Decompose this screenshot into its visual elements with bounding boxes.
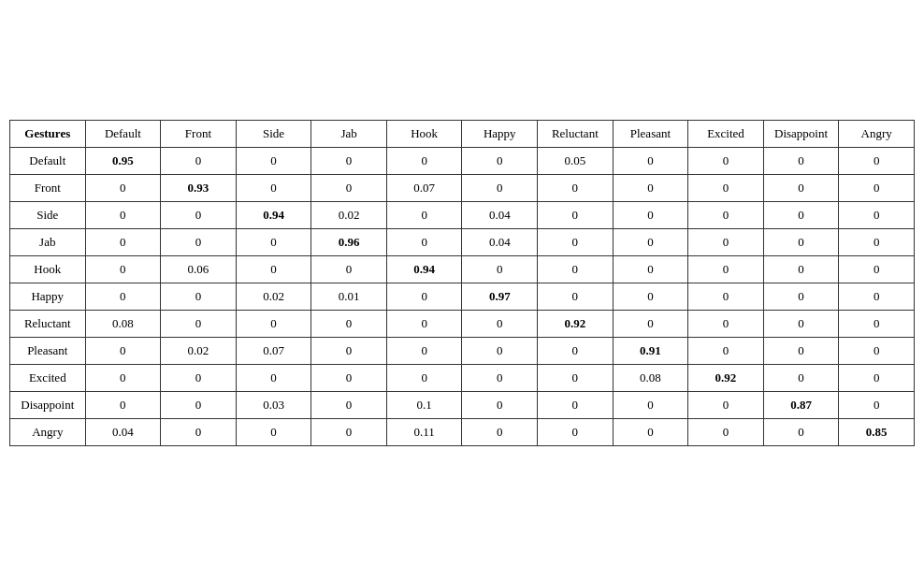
cell-happy-side: 0.02 bbox=[236, 283, 311, 311]
cell-side-side: 0.94 bbox=[236, 202, 311, 229]
cell-disappoint-excited: 0 bbox=[688, 392, 764, 419]
cell-reluctant-excited: 0 bbox=[688, 311, 764, 338]
cell-front-hook: 0.07 bbox=[386, 175, 462, 202]
cell-front-disappoint: 0 bbox=[763, 175, 839, 202]
table-row: Angry0.040000.11000000.85 bbox=[10, 419, 915, 446]
table-row: Disappoint000.0300.100000.870 bbox=[10, 392, 915, 419]
cell-default-excited: 0 bbox=[688, 148, 764, 175]
row-label-default: Default bbox=[10, 148, 86, 175]
cell-reluctant-jab: 0 bbox=[311, 311, 387, 338]
cell-disappoint-hook: 0.1 bbox=[386, 392, 462, 419]
cell-default-front: 0 bbox=[161, 148, 237, 175]
cell-disappoint-disappoint: 0.87 bbox=[763, 392, 839, 419]
cell-jab-excited: 0 bbox=[688, 229, 764, 256]
header-row: GesturesDefaultFrontSideJabHookHappyRelu… bbox=[10, 121, 915, 148]
cell-side-reluctant: 0 bbox=[538, 202, 614, 229]
col-header-front: Front bbox=[161, 121, 237, 148]
col-header-angry: Angry bbox=[839, 121, 915, 148]
col-header-reluctant: Reluctant bbox=[538, 121, 614, 148]
cell-pleasant-jab: 0 bbox=[311, 338, 387, 365]
row-label-happy: Happy bbox=[10, 283, 86, 311]
cell-pleasant-excited: 0 bbox=[688, 338, 764, 365]
cell-excited-front: 0 bbox=[161, 365, 237, 392]
cell-pleasant-front: 0.02 bbox=[161, 338, 237, 365]
cell-excited-jab: 0 bbox=[311, 365, 387, 392]
cell-reluctant-angry: 0 bbox=[839, 311, 915, 338]
cell-disappoint-default: 0 bbox=[85, 392, 161, 419]
row-label-hook: Hook bbox=[10, 256, 86, 283]
cell-pleasant-hook: 0 bbox=[386, 338, 462, 365]
cell-pleasant-reluctant: 0 bbox=[538, 338, 614, 365]
cell-happy-hook: 0 bbox=[386, 283, 462, 311]
row-label-pleasant: Pleasant bbox=[10, 338, 86, 365]
confusion-matrix-container: GesturesDefaultFrontSideJabHookHappyRelu… bbox=[9, 120, 915, 446]
cell-reluctant-reluctant: 0.92 bbox=[538, 311, 614, 338]
cell-excited-pleasant: 0.08 bbox=[613, 365, 688, 392]
cell-hook-default: 0 bbox=[85, 256, 161, 283]
cell-jab-reluctant: 0 bbox=[538, 229, 614, 256]
row-label-disappoint: Disappoint bbox=[10, 392, 86, 419]
cell-jab-disappoint: 0 bbox=[763, 229, 839, 256]
cell-front-default: 0 bbox=[85, 175, 161, 202]
cell-hook-reluctant: 0 bbox=[538, 256, 614, 283]
cell-jab-pleasant: 0 bbox=[613, 229, 688, 256]
cell-hook-front: 0.06 bbox=[161, 256, 237, 283]
cell-reluctant-happy: 0 bbox=[462, 311, 538, 338]
cell-angry-happy: 0 bbox=[462, 419, 538, 446]
cell-happy-happy: 0.97 bbox=[462, 283, 538, 311]
cell-angry-default: 0.04 bbox=[85, 419, 161, 446]
cell-side-jab: 0.02 bbox=[311, 202, 387, 229]
row-label-side: Side bbox=[10, 202, 86, 229]
cell-default-happy: 0 bbox=[462, 148, 538, 175]
cell-disappoint-angry: 0 bbox=[839, 392, 915, 419]
table-row: Jab0000.9600.0400000 bbox=[10, 229, 915, 256]
cell-pleasant-default: 0 bbox=[85, 338, 161, 365]
cell-happy-front: 0 bbox=[161, 283, 237, 311]
cell-hook-disappoint: 0 bbox=[763, 256, 839, 283]
cell-angry-excited: 0 bbox=[688, 419, 764, 446]
cell-front-angry: 0 bbox=[839, 175, 915, 202]
cell-hook-angry: 0 bbox=[839, 256, 915, 283]
cell-default-side: 0 bbox=[236, 148, 311, 175]
cell-default-jab: 0 bbox=[311, 148, 387, 175]
cell-happy-pleasant: 0 bbox=[613, 283, 688, 311]
cell-side-default: 0 bbox=[85, 202, 161, 229]
cell-pleasant-angry: 0 bbox=[839, 338, 915, 365]
confusion-matrix-table: GesturesDefaultFrontSideJabHookHappyRelu… bbox=[9, 120, 915, 446]
table-row: Happy000.020.0100.9700000 bbox=[10, 283, 915, 311]
table-row: Default0.95000000.050000 bbox=[10, 148, 915, 175]
cell-hook-jab: 0 bbox=[311, 256, 387, 283]
cell-side-pleasant: 0 bbox=[613, 202, 688, 229]
col-header-excited: Excited bbox=[688, 121, 764, 148]
cell-side-disappoint: 0 bbox=[763, 202, 839, 229]
col-header-pleasant: Pleasant bbox=[613, 121, 688, 148]
cell-jab-happy: 0.04 bbox=[462, 229, 538, 256]
corner-header: Gestures bbox=[10, 121, 86, 148]
cell-happy-excited: 0 bbox=[688, 283, 764, 311]
cell-pleasant-side: 0.07 bbox=[236, 338, 311, 365]
table-row: Reluctant0.08000000.920000 bbox=[10, 311, 915, 338]
cell-side-hook: 0 bbox=[386, 202, 462, 229]
cell-hook-excited: 0 bbox=[688, 256, 764, 283]
cell-front-happy: 0 bbox=[462, 175, 538, 202]
col-header-side: Side bbox=[236, 121, 311, 148]
table-row: Side000.940.0200.0400000 bbox=[10, 202, 915, 229]
cell-jab-hook: 0 bbox=[386, 229, 462, 256]
row-label-reluctant: Reluctant bbox=[10, 311, 86, 338]
row-label-front: Front bbox=[10, 175, 86, 202]
cell-angry-angry: 0.85 bbox=[839, 419, 915, 446]
cell-excited-excited: 0.92 bbox=[688, 365, 764, 392]
cell-excited-disappoint: 0 bbox=[763, 365, 839, 392]
cell-reluctant-front: 0 bbox=[161, 311, 237, 338]
cell-default-default: 0.95 bbox=[85, 148, 161, 175]
cell-angry-jab: 0 bbox=[311, 419, 387, 446]
col-header-disappoint: Disappoint bbox=[763, 121, 839, 148]
cell-excited-side: 0 bbox=[236, 365, 311, 392]
cell-default-hook: 0 bbox=[386, 148, 462, 175]
row-label-angry: Angry bbox=[10, 419, 86, 446]
cell-happy-angry: 0 bbox=[839, 283, 915, 311]
cell-excited-default: 0 bbox=[85, 365, 161, 392]
cell-angry-front: 0 bbox=[161, 419, 237, 446]
cell-hook-side: 0 bbox=[236, 256, 311, 283]
cell-side-angry: 0 bbox=[839, 202, 915, 229]
